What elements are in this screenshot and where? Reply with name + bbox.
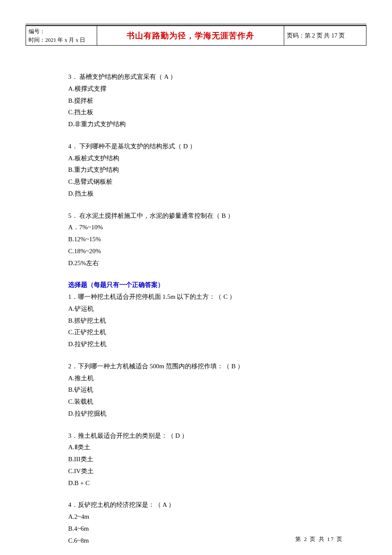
option-d: D.B + C — [68, 477, 366, 489]
option-a: A.Ⅱ类土 — [68, 442, 366, 454]
question-block: 5． 在水泥土搅拌桩施工中，水泥的掺量通常控制在（ B ） A．7%~10% B… — [68, 210, 366, 269]
doc-id-label: 编号： — [29, 27, 94, 36]
option-b: B.12%~15% — [68, 234, 366, 246]
content-area: 3． 基槽支护结构的形式宜采有（ A ） A.横撑式支撑 B.搅拌桩 C.挡土板… — [26, 46, 366, 546]
option-d: D.拉铲挖掘机 — [68, 408, 366, 420]
page-number-footer: 第 2 页 共 17 页 — [295, 535, 343, 543]
option-c: C.挡土板 — [68, 107, 366, 119]
header-left-cell: 编号： 时间：2021 年 x 月 x 日 — [26, 26, 97, 46]
option-d: D.拉铲挖土机 — [68, 338, 366, 350]
option-d: D.非重力式支护结构 — [68, 119, 366, 130]
question-block: 4． 下列哪种不是基坑支护的结构形式（ D ） A.板桩式支护结构 B.重力式支… — [68, 141, 366, 200]
question-stem: 4．反铲挖土机的经济挖深是：（ A ） — [68, 499, 366, 511]
option-c: C.IV类土 — [68, 465, 366, 477]
option-b: B.4~6m — [68, 523, 366, 535]
question-stem: 4． 下列哪种不是基坑支护的结构形式（ D ） — [68, 141, 366, 153]
option-d: D.挡土板 — [68, 188, 366, 200]
option-b: B.重力式支护结构 — [68, 164, 366, 176]
question-stem: 1．哪一种挖土机适合开挖停机面 1.5m 以下的土方：（ C ） — [68, 291, 366, 303]
option-a: A．7%~10% — [68, 222, 366, 234]
option-c: C.装载机 — [68, 396, 366, 408]
option-c: C.18%~20% — [68, 246, 366, 257]
doc-date-label: 时间：2021 年 x 月 x 日 — [29, 36, 94, 44]
option-a: A.板桩式支护结构 — [68, 153, 366, 165]
question-stem: 2．下列哪一种土方机械适合 500m 范围内的移挖作填：（ B ） — [68, 361, 366, 373]
question-stem: 3． 基槽支护结构的形式宜采有（ A ） — [68, 71, 366, 83]
option-a: A.横撑式支撑 — [68, 83, 366, 95]
page-container: 编号： 时间：2021 年 x 月 x 日 书山有路勤为径，学海无涯苦作舟 页码… — [0, 0, 392, 546]
question-block: 3．推土机最适合开挖土的类别是：（ D ） A.Ⅱ类土 B.III类土 C.IV… — [68, 430, 366, 489]
question-block: 3． 基槽支护结构的形式宜采有（ A ） A.横撑式支撑 B.搅拌桩 C.挡土板… — [68, 71, 366, 130]
option-c: C.悬臂式钢板桩 — [68, 176, 366, 188]
option-b: B.搅拌桩 — [68, 95, 366, 107]
header-page-label: 页码：第 2 页 共 17 页 — [284, 26, 366, 46]
option-b: B.铲运机 — [68, 384, 366, 396]
header-rule — [26, 24, 366, 24]
header-table: 编号： 时间：2021 年 x 月 x 日 书山有路勤为径，学海无涯苦作舟 页码… — [26, 26, 366, 46]
option-b: B.抓铲挖土机 — [68, 315, 366, 327]
header-motto: 书山有路勤为径，学海无涯苦作舟 — [97, 26, 284, 46]
option-a: A.推土机 — [68, 373, 366, 384]
question-block: 2．下列哪一种土方机械适合 500m 范围内的移挖作填：（ B ） A.推土机 … — [68, 361, 366, 420]
option-a: A.2~4m — [68, 511, 366, 523]
question-stem: 3．推土机最适合开挖土的类别是：（ D ） — [68, 430, 366, 442]
question-block: 1．哪一种挖土机适合开挖停机面 1.5m 以下的土方：（ C ） A.铲运机 B… — [68, 291, 366, 350]
option-c: C.正铲挖土机 — [68, 327, 366, 338]
section-heading: 选择题（每题只有一个正确答案） — [68, 279, 366, 291]
option-a: A.铲运机 — [68, 303, 366, 315]
question-stem: 5． 在水泥土搅拌桩施工中，水泥的掺量通常控制在（ B ） — [68, 210, 366, 222]
option-d: D.25%左右 — [68, 257, 366, 269]
option-b: B.III类土 — [68, 454, 366, 465]
